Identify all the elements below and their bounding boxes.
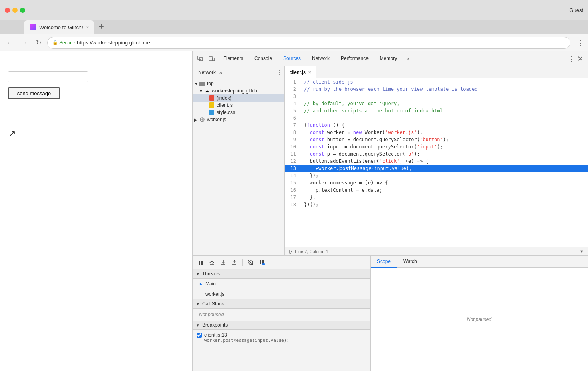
code-line-16: 16 p.textContent = e.data; <box>285 187 588 194</box>
callstack-section-header[interactable]: ▼ Call Stack <box>193 299 370 309</box>
message-input[interactable] <box>8 71 88 82</box>
tab-network[interactable]: Network <box>306 51 335 66</box>
status-left: {} <box>289 249 292 254</box>
svg-rect-5 <box>213 58 215 61</box>
callstack-label: Call Stack <box>202 301 224 307</box>
devtools-close-button[interactable]: ✕ <box>575 54 586 63</box>
forward-button[interactable]: → <box>18 37 30 48</box>
svg-rect-20 <box>260 260 261 264</box>
scope-tab-scope[interactable]: Scope <box>371 256 397 268</box>
tree-item-worker-js[interactable]: ▶ worker.js <box>193 116 284 123</box>
tab-sources[interactable]: Sources <box>278 51 306 66</box>
code-line-18: 18 })(); <box>285 201 588 208</box>
tree-label-domain: workerstepping.glitch... <box>212 88 261 94</box>
code-line-9: 9 const button = document.querySelector(… <box>285 136 588 143</box>
thread-item-worker[interactable]: worker.js <box>193 289 370 299</box>
browser-menu-button[interactable]: ⋮ <box>577 38 584 47</box>
scope-tab-watch[interactable]: Watch <box>397 256 423 268</box>
code-line-7: 7 (function () { <box>285 122 588 129</box>
lock-icon: 🔒 <box>52 40 58 45</box>
browser-window: Guest Welcome to Glitch! × ← → ↻ 🔒 Secur… <box>0 0 588 371</box>
devtools-main: Network » ⋮ ▼ top <box>193 66 588 255</box>
deactivate-breakpoints-button[interactable] <box>246 258 256 267</box>
page-area: send message ↗ Elements Console Sources … <box>0 51 588 371</box>
tab-bar: Welcome to Glitch! × <box>0 20 588 34</box>
svg-point-22 <box>262 263 265 265</box>
file-panel-network-tab[interactable]: Network <box>195 66 219 78</box>
breakpoints-label: Breakpoints <box>202 322 228 328</box>
code-line-5: 5 // add other scripts at the bottom of … <box>285 107 588 114</box>
code-tabs: client.js ✕ <box>285 66 588 78</box>
scope-content: Not paused <box>371 268 588 371</box>
tab-title: Welcome to Glitch! <box>39 24 83 30</box>
code-panel: client.js ✕ 1 // client-side js 2 <box>285 66 588 255</box>
tab-performance[interactable]: Performance <box>335 51 374 66</box>
breakpoint-code: worker.postMessage(input.value); <box>204 338 289 343</box>
cloud-icon: ☁ <box>204 88 210 94</box>
address-bar[interactable]: 🔒 Secure https://workerstepping.glitch.m… <box>47 37 570 49</box>
threads-section-header[interactable]: ▼ Threads <box>193 269 370 279</box>
pause-on-exceptions-button[interactable] <box>257 258 267 267</box>
step-out-button[interactable] <box>230 258 239 267</box>
tree-item-domain[interactable]: ▼ ☁ workerstepping.glitch... <box>193 87 284 94</box>
devtools-panel: Elements Console Sources Network Perform… <box>192 51 588 371</box>
file-panel-menu-button[interactable]: ⋮ <box>276 69 282 76</box>
debugger-toolbar <box>193 256 370 269</box>
breakpoint-item-1: client.js:13 worker.postMessage(input.va… <box>193 330 370 345</box>
close-traffic-light[interactable] <box>5 8 10 13</box>
tab-favicon <box>30 24 36 30</box>
title-bar: Guest <box>0 0 588 20</box>
step-into-button[interactable] <box>218 258 228 267</box>
debug-separator-1 <box>242 259 243 266</box>
tab-console[interactable]: Console <box>249 51 278 66</box>
code-tab-close-button[interactable]: ✕ <box>308 70 311 74</box>
traffic-lights <box>5 8 25 13</box>
browser-tab[interactable]: Welcome to Glitch! × <box>24 20 94 34</box>
devtools-menu-button[interactable]: ⋮ <box>568 54 575 63</box>
file-panel-more-button[interactable]: » <box>219 69 222 76</box>
pause-button[interactable] <box>196 258 205 267</box>
devtools-more-tabs-button[interactable]: » <box>403 55 413 62</box>
html-file-icon <box>209 95 215 101</box>
file-tree: ▼ top ▼ ☁ workerstepping.glitch... <box>193 78 284 255</box>
tree-label-client-js: client.js <box>217 102 233 108</box>
code-line-17: 17 }; <box>285 194 588 201</box>
tree-item-index[interactable]: (index) <box>193 94 284 102</box>
svg-rect-11 <box>199 261 200 265</box>
device-toolbar-button[interactable] <box>206 53 217 64</box>
tab-memory[interactable]: Memory <box>374 51 403 66</box>
thread-item-main[interactable]: ► Main <box>193 279 370 289</box>
svg-line-18 <box>248 260 253 265</box>
status-position: Line 7, Column 1 <box>295 249 328 254</box>
thread-arrow-main: ► <box>199 282 203 286</box>
back-button[interactable]: ← <box>4 37 15 48</box>
secure-badge: 🔒 Secure <box>52 40 75 46</box>
code-line-12: 12 button.addEventListener('click', (e) … <box>285 158 588 165</box>
minimize-traffic-light[interactable] <box>12 8 18 13</box>
code-line-10: 10 const input = document.querySelector(… <box>285 143 588 150</box>
step-over-button[interactable] <box>207 258 217 267</box>
tree-arrow-worker: ▶ <box>194 118 199 122</box>
tree-arrow-top: ▼ <box>194 82 199 86</box>
inspect-element-button[interactable] <box>195 53 206 64</box>
breakpoint-title: client.js:13 <box>204 332 289 338</box>
threads-arrow: ▼ <box>196 272 201 276</box>
breakpoint-checkbox[interactable] <box>197 333 202 338</box>
maximize-traffic-light[interactable] <box>20 8 25 13</box>
worker-icon <box>199 117 205 122</box>
tree-item-top[interactable]: ▼ top <box>193 80 284 87</box>
code-editor[interactable]: 1 // client-side js 2 // run by the brow… <box>285 78 588 247</box>
tab-close-button[interactable]: × <box>86 25 89 30</box>
reload-button[interactable]: ↻ <box>33 37 44 48</box>
status-dropdown-button[interactable]: ▼ <box>580 249 584 254</box>
breakpoints-section-header[interactable]: ▼ Breakpoints <box>193 321 370 330</box>
cursor-position: ↗ <box>8 128 184 139</box>
code-tab-client-js[interactable]: client.js ✕ <box>285 66 316 78</box>
tree-item-style-css[interactable]: style.css <box>193 109 284 116</box>
send-message-button[interactable]: send message <box>8 87 60 99</box>
tab-elements[interactable]: Elements <box>217 51 249 66</box>
scope-tabs: Scope Watch <box>371 256 588 268</box>
new-tab-button[interactable] <box>97 22 108 33</box>
code-line-14: 14 }); <box>285 172 588 179</box>
tree-item-client-js[interactable]: client.js <box>193 102 284 109</box>
